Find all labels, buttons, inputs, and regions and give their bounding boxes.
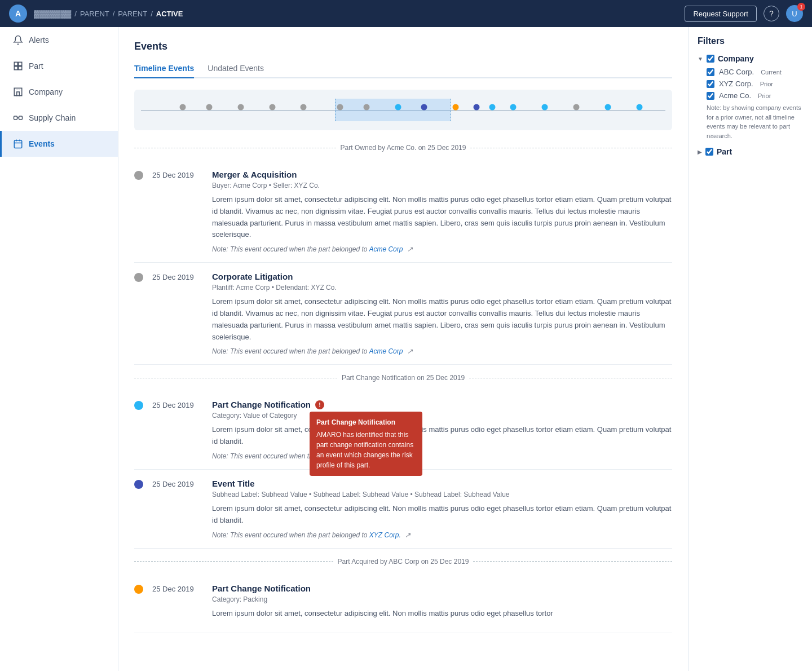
filter-abc-corp-checkbox[interactable]	[707, 68, 714, 76]
external-link-icon-2[interactable]: ↗	[407, 347, 413, 355]
event-date-5: 25 Dec 2019	[152, 585, 203, 624]
request-support-button[interactable]: Request Support	[685, 6, 757, 22]
breadcrumb-parent2[interactable]: PARENT	[118, 10, 147, 18]
filter-acme-co-badge: Prior	[758, 92, 771, 99]
timeline-dot[interactable]	[395, 104, 401, 110]
event-desc-2: Lorem ipsum dolor sit amet, consectetur …	[212, 296, 672, 343]
warning-icon: !	[315, 400, 324, 409]
event-date-4: 25 Dec 2019	[152, 480, 203, 539]
timeline-dot[interactable]	[636, 104, 642, 110]
event-dot-3	[134, 401, 143, 410]
svg-rect-8	[14, 140, 22, 148]
tab-undated-events[interactable]: Undated Events	[208, 59, 264, 78]
timeline-dot[interactable]	[510, 104, 517, 110]
event-date-3: 25 Dec 2019	[152, 401, 203, 460]
filter-xyz-corp-row: XYZ Corp. Prior	[707, 80, 803, 88]
chevron-down-icon: ▼	[698, 56, 703, 62]
filter-part-checkbox[interactable]	[705, 148, 713, 156]
divider-part-acquired: Part Acquired by ABC Corp on 25 Dec 2019	[134, 558, 672, 566]
notification-badge: 1	[797, 3, 805, 11]
event-note-link-2[interactable]: Acme Corp	[369, 347, 403, 355]
timeline-dot[interactable]	[269, 104, 275, 110]
event-desc-4: Lorem ipsum dolor sit amet, consectetur …	[212, 503, 672, 527]
timeline-dot[interactable]	[363, 104, 369, 110]
divider-label-text3: Part Acquired by ABC Corp on 25 Dec 2019	[338, 558, 469, 566]
breadcrumb-app: ▓▓▓▓▓▓▓	[34, 10, 71, 18]
filter-company-header[interactable]: ▼ Company	[698, 54, 803, 63]
timeline-dot[interactable]	[180, 104, 186, 110]
timeline-dot[interactable]	[573, 104, 579, 110]
svg-rect-6	[19, 116, 23, 120]
divider-line-left	[134, 148, 336, 148]
filter-xyz-corp-badge: Prior	[760, 81, 773, 87]
divider-part-owned: Part Owned by Acme Co. on 25 Dec 2019	[134, 144, 672, 152]
event-category-3: Category: Value of Category	[212, 412, 672, 420]
timeline-dot[interactable]	[489, 104, 496, 110]
timeline-dot[interactable]	[337, 104, 343, 110]
calendar-icon	[13, 139, 23, 149]
chain-icon	[13, 113, 23, 123]
event-body-1: Merger & Acquisition Buyer: Acme Corp • …	[212, 170, 672, 253]
tooltip-body: AMARO has identified that this part chan…	[316, 430, 416, 470]
filter-xyz-corp-label: XYZ Corp.	[719, 80, 753, 88]
sidebar-item-supply-chain[interactable]: Supply Chain	[0, 105, 118, 131]
divider-line-right3	[473, 561, 672, 562]
event-meta-4: Subhead Label: Subhead Value • Subhead L…	[212, 491, 672, 498]
breadcrumb-active: ACTIVE	[156, 10, 183, 18]
sidebar-item-events[interactable]: Events	[0, 131, 118, 157]
chevron-right-icon: ▶	[698, 149, 702, 155]
filters-panel: Filters ▼ Company ABC Corp. Current XYZ …	[688, 27, 812, 671]
event-dot-5	[134, 585, 143, 594]
filter-company-checkbox[interactable]	[707, 55, 714, 63]
event-body-3: Part Change Notification ! Part Change N…	[212, 400, 672, 460]
event-title-2: Corporate Litigation	[212, 272, 672, 281]
filter-section-company: ▼ Company ABC Corp. Current XYZ Corp. Pr…	[698, 54, 803, 140]
event-body-4: Event Title Subhead Label: Subhead Value…	[212, 479, 672, 539]
logo: A	[9, 5, 27, 23]
svg-rect-0	[14, 62, 17, 65]
event-note-4: Note: This event occured when the part b…	[212, 531, 672, 539]
timeline-dot[interactable]	[453, 104, 459, 110]
sidebar-label-events: Events	[29, 139, 55, 148]
timeline-highlight	[335, 99, 451, 121]
sidebar-item-company[interactable]: Company	[0, 79, 118, 105]
svg-text:!: !	[319, 402, 320, 408]
timeline-dot[interactable]	[206, 104, 212, 110]
event-part-change-notification: 25 Dec 2019 Part Change Notification ! P…	[134, 391, 672, 470]
filter-part-header[interactable]: ▶ Part	[698, 147, 803, 156]
breadcrumb-parent1[interactable]: PARENT	[80, 10, 109, 18]
timeline-dot[interactable]	[301, 104, 307, 110]
external-link-icon-1[interactable]: ↗	[407, 245, 413, 253]
divider-label-text: Part Owned by Acme Co. on 25 Dec 2019	[341, 144, 466, 152]
tooltip-trigger[interactable]: ! Part Change Notification AMARO has ide…	[315, 400, 324, 412]
event-note-link-4[interactable]: XYZ Corp.	[369, 531, 401, 539]
help-button[interactable]: ?	[764, 6, 779, 21]
external-link-icon-4[interactable]: ↗	[405, 531, 411, 539]
filter-abc-corp-label: ABC Corp.	[719, 68, 754, 76]
svg-rect-1	[19, 62, 22, 65]
divider-line-right2	[469, 378, 672, 378]
avatar[interactable]: U 1	[786, 5, 803, 22]
timeline-container	[134, 90, 672, 130]
event-meta-2: Plantiff: Acme Corp • Defendant: XYZ Co.	[212, 284, 672, 292]
filter-company-note: Note: by showing company events for a pr…	[707, 103, 803, 140]
timeline-dot[interactable]	[237, 104, 244, 110]
sidebar-label-company: Company	[29, 87, 63, 96]
main-layout: Alerts Part Company Supply Chain	[0, 27, 812, 671]
filter-part-label: Part	[717, 147, 732, 156]
event-note-link-1[interactable]: Acme Corp	[369, 245, 403, 253]
timeline-track	[141, 99, 665, 121]
sidebar-item-part[interactable]: Part	[0, 53, 118, 79]
divider-line-left3	[134, 561, 333, 562]
timeline-dot[interactable]	[421, 104, 427, 110]
event-title-event: 25 Dec 2019 Event Title Subhead Label: S…	[134, 470, 672, 549]
timeline-dot[interactable]	[474, 104, 480, 110]
timeline-dot[interactable]	[604, 104, 611, 110]
divider-line-right	[470, 148, 672, 148]
filter-xyz-corp-checkbox[interactable]	[707, 80, 714, 88]
sidebar-item-alerts[interactable]: Alerts	[0, 27, 118, 53]
tab-timeline-events[interactable]: Timeline Events	[134, 59, 194, 78]
sidebar: Alerts Part Company Supply Chain	[0, 27, 118, 671]
filter-acme-co-checkbox[interactable]	[707, 92, 714, 100]
timeline-dot[interactable]	[542, 104, 548, 110]
